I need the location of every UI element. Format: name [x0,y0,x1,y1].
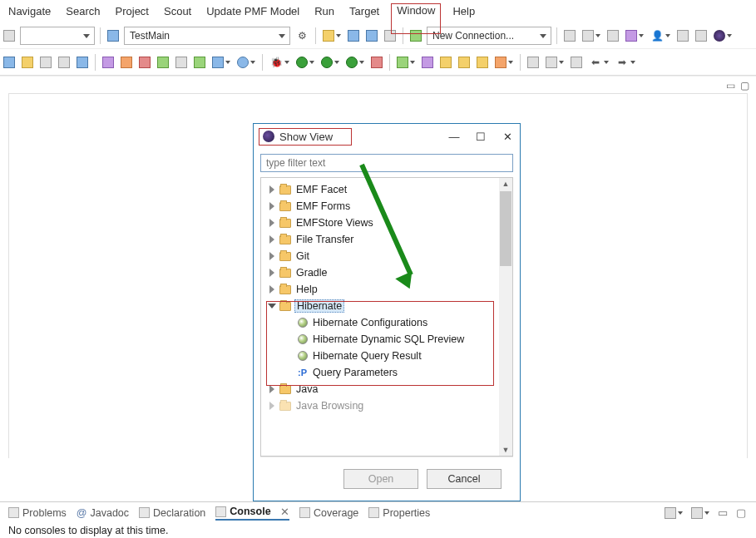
scroll-down-icon[interactable]: ▼ [502,444,510,456]
tb2-11[interactable] [192,55,207,70]
tb2-1[interactable] [2,55,17,70]
tab-declaration[interactable]: Declaration [139,507,205,519]
dialog-minimize-icon[interactable]: — [448,131,460,143]
tree-item-emfstore-views[interactable]: EMFStore Views [261,215,499,231]
menu-navigate[interactable]: Navigate [8,5,51,17]
tree-item-hibernate[interactable]: Hibernate [261,298,499,314]
tab-console[interactable]: Console ✕ [215,506,289,521]
tb2-12[interactable] [210,55,232,70]
maximize-view-icon[interactable]: ▢ [740,80,749,91]
tree-item-git[interactable]: Git [261,248,499,264]
folder-icon [279,185,291,195]
tb2-stop-icon[interactable] [369,55,384,70]
tree-item-hibernate-query-result[interactable]: Hibernate Query Result [261,348,499,364]
tb2-15[interactable] [438,55,453,70]
bottom-tb-min[interactable]: ▭ [716,505,729,521]
tb2-run-icon[interactable] [294,55,316,70]
tb2-4[interactable] [57,55,72,70]
dialog-maximize-icon[interactable]: ☐ [475,131,487,143]
tree-item-java[interactable]: Java [261,381,499,397]
tb2-2[interactable] [20,55,35,70]
tb-user-icon[interactable]: 👤 [649,27,672,44]
separator [315,27,316,44]
tb2-fwd-icon[interactable]: ➡ [614,54,637,71]
tb-new[interactable] [321,28,343,43]
tb2-3[interactable] [38,55,53,70]
tb2-6[interactable] [101,55,116,70]
query-params-icon: :P [298,368,308,378]
view-icon [298,318,308,328]
tb-misc-4[interactable] [624,28,645,43]
scroll-up-icon[interactable]: ▲ [502,178,510,190]
bottom-tb-max[interactable]: ▢ [734,505,748,521]
tb2-7[interactable] [119,55,134,70]
tree-item-java-browsing[interactable]: Java Browsing [261,397,499,414]
console-message: No consoles to display at this time. [0,523,756,538]
tree-scrollbar[interactable]: ▲ ▼ [499,178,512,456]
tree-item-gradle[interactable]: Gradle [261,264,499,281]
tb-save-all[interactable] [364,28,379,43]
tb2-18[interactable] [493,55,515,70]
launch-config-combo[interactable]: TestMain [124,27,290,45]
tb2-13[interactable] [395,55,417,70]
tb2-14[interactable] [420,55,435,70]
new-connection-combo[interactable]: New Connection... [427,27,551,45]
tb2-17[interactable] [475,55,490,70]
scroll-thumb[interactable] [500,191,511,266]
tree-item-query-parameters[interactable]: :PQuery Parameters [261,364,499,381]
tree-item-hibernate-dynamic-sql[interactable]: Hibernate Dynamic SQL Preview [261,331,499,348]
menu-search[interactable]: Search [66,5,100,17]
tb2-16[interactable] [457,55,472,70]
tree-item-file-transfer[interactable]: File Transfer [261,231,499,248]
dialog-close-icon[interactable]: ✕ [502,131,513,143]
tree-item-hibernate-configurations[interactable]: Hibernate Configurations [261,314,499,331]
menu-scout[interactable]: Scout [164,5,191,17]
tb2-21[interactable] [569,55,584,70]
tb2-20[interactable] [544,55,566,70]
tb-generic-1[interactable] [2,28,17,43]
cancel-button[interactable]: Cancel [427,469,502,489]
tb-misc-5[interactable] [675,28,690,43]
tb2-5[interactable] [75,55,90,70]
minimize-view-icon[interactable]: ▭ [726,80,735,91]
menu-target[interactable]: Target [349,5,379,17]
filter-input[interactable] [260,154,513,172]
tb2-19[interactable] [526,55,541,70]
open-button[interactable]: Open [343,469,418,489]
tab-javadoc[interactable]: @Javadoc [77,507,129,519]
tb-save[interactable] [346,28,361,43]
tb2-back-icon[interactable]: ⬅ [587,54,610,71]
separator [262,54,263,71]
tb-misc-3[interactable] [605,28,620,43]
folder-icon [279,302,291,311]
tab-problems[interactable]: Problems [8,507,67,519]
tb-misc-1[interactable] [562,28,577,43]
tb2-10[interactable] [174,55,189,70]
tree-item-help[interactable]: Help [261,281,499,298]
tab-coverage[interactable]: Coverage [299,507,358,519]
bottom-tb-1[interactable] [663,505,684,521]
tb-gear-icon[interactable]: ⚙ [294,27,310,44]
tb-eclipse-icon[interactable] [712,28,734,43]
tb-misc-6[interactable] [694,28,709,43]
console-close-icon[interactable]: ✕ [280,506,289,518]
show-view-dialog: Show View — ☐ ✕ EMF Facet EMF Forms EMFS… [253,123,521,501]
bottom-tb-2[interactable] [689,505,711,521]
tb2-ext-run-icon[interactable] [344,55,366,70]
tb2-debug-icon[interactable]: 🐞 [268,54,291,71]
tb-new-wizard[interactable] [106,28,121,43]
tb2-coverage-icon[interactable] [319,55,341,70]
menu-update-pmf[interactable]: Update PMF Model [206,5,299,17]
dialog-titlebar: Show View — ☐ ✕ [254,124,520,149]
tb2-8[interactable] [137,55,152,70]
tb-misc-2[interactable] [581,28,602,43]
launch-mode-combo[interactable] [20,27,95,45]
tab-properties[interactable]: Properties [368,507,430,519]
menu-run[interactable]: Run [314,5,334,17]
menu-project[interactable]: Project [116,5,149,17]
tb2-refresh-icon[interactable] [235,55,257,70]
tb2-9[interactable] [156,55,170,70]
menu-help[interactable]: Help [452,5,475,17]
menu-window[interactable]: Window [391,3,441,34]
tree-item-emf-facet[interactable]: EMF Facet [261,181,499,198]
